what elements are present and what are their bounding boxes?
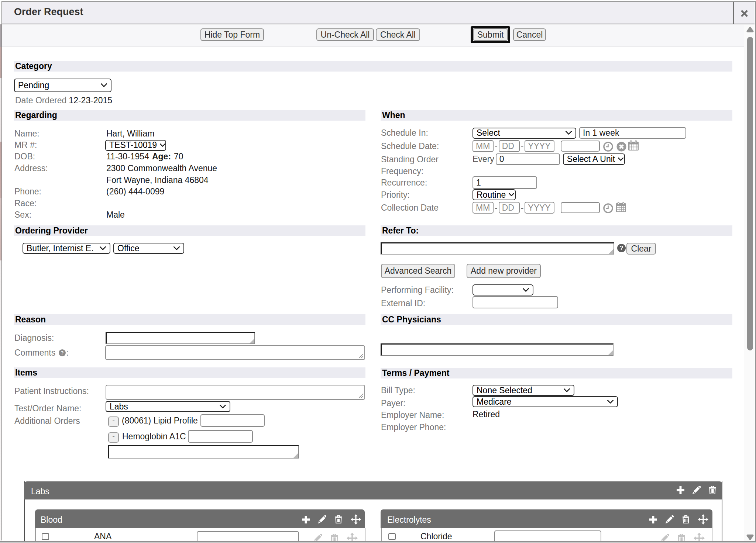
comments-textarea[interactable] bbox=[105, 345, 365, 360]
resize-grip[interactable] bbox=[358, 393, 364, 398]
collection-date-dd[interactable] bbox=[499, 202, 520, 214]
date-separator: - bbox=[495, 203, 498, 213]
clock-icon[interactable] bbox=[603, 142, 613, 152]
check-all-button[interactable]: Check All bbox=[376, 28, 420, 41]
additional-orders-textarea[interactable] bbox=[108, 445, 299, 459]
unit-select[interactable]: Select A Unit bbox=[563, 153, 625, 165]
edit-icon[interactable] bbox=[666, 515, 674, 523]
remove-order-button[interactable]: - bbox=[108, 432, 119, 443]
payer-select[interactable]: Medicare bbox=[472, 396, 618, 407]
advanced-search-button[interactable]: Advanced Search bbox=[381, 264, 455, 278]
schedule-in-select[interactable]: Select bbox=[472, 128, 576, 139]
schedule-date-time[interactable] bbox=[561, 141, 600, 152]
priority-select[interactable]: Routine bbox=[472, 189, 516, 200]
remove-order-button[interactable]: - bbox=[108, 416, 119, 427]
mr-select[interactable]: TEST-10019 bbox=[105, 140, 166, 151]
race-label: Race: bbox=[14, 198, 37, 208]
edit-icon[interactable] bbox=[693, 486, 701, 494]
submit-button[interactable]: Submit bbox=[473, 28, 508, 41]
move-icon[interactable] bbox=[351, 514, 361, 525]
collection-date-yyyy[interactable] bbox=[525, 202, 554, 214]
performing-facility-row: Performing Facility: bbox=[381, 284, 454, 295]
refer-to-textarea[interactable] bbox=[381, 242, 614, 255]
clock-icon[interactable] bbox=[603, 203, 613, 213]
provider-select[interactable]: Butler, Internist E. bbox=[23, 243, 110, 254]
chevron-down-icon bbox=[618, 158, 623, 161]
order-row-hemoglobin: - Hemoglobin A1C bbox=[108, 430, 253, 443]
delete-icon[interactable] bbox=[709, 486, 716, 494]
schedule-date-dd[interactable] bbox=[499, 140, 520, 152]
resize-fold bbox=[250, 339, 254, 343]
row-controls: Select bbox=[472, 127, 686, 139]
schedule-in-row: Schedule In: Select bbox=[381, 127, 746, 139]
every-input[interactable] bbox=[496, 153, 560, 165]
schedule-in-input[interactable] bbox=[579, 127, 686, 139]
row-controls bbox=[472, 296, 558, 308]
diagnosis-row: Diagnosis: bbox=[14, 332, 54, 344]
add-new-provider-button[interactable]: Add new provider bbox=[467, 264, 541, 278]
scroll-thumb[interactable] bbox=[747, 37, 753, 350]
add-icon[interactable] bbox=[302, 516, 310, 523]
standing-order-row: Standing Order Every Select A Unit bbox=[381, 153, 746, 165]
collection-date-time[interactable] bbox=[561, 202, 600, 213]
calendar-icon[interactable] bbox=[615, 202, 626, 212]
test-order-select[interactable]: Labs bbox=[106, 401, 230, 412]
category-select[interactable]: Pending bbox=[14, 79, 111, 92]
collection-date-mm[interactable] bbox=[472, 202, 494, 214]
help-icon[interactable]: ? bbox=[617, 244, 626, 252]
employer-phone-row: Employer Phone: bbox=[381, 422, 446, 433]
order-input-hemoglobin[interactable] bbox=[188, 430, 253, 443]
bill-type-select[interactable]: None Selected bbox=[472, 385, 574, 396]
clear-button[interactable]: Clear bbox=[626, 243, 656, 255]
diagnosis-textarea[interactable] bbox=[106, 332, 255, 344]
delete-icon[interactable] bbox=[335, 515, 342, 523]
bill-type-label: Bill Type: bbox=[381, 385, 415, 395]
ana-checkbox[interactable] bbox=[42, 533, 49, 540]
edit-icon[interactable] bbox=[318, 515, 326, 523]
schedule-date-yyyy[interactable] bbox=[525, 140, 554, 152]
terms-payment-header: Terms / Payment bbox=[381, 368, 732, 378]
close-button[interactable] bbox=[734, 2, 755, 24]
delete-icon[interactable] bbox=[682, 515, 690, 523]
patient-instructions-textarea[interactable] bbox=[106, 385, 365, 400]
schedule-date-mm[interactable] bbox=[472, 140, 494, 152]
chevron-down-icon bbox=[173, 246, 180, 250]
chloride-checkbox[interactable] bbox=[388, 533, 396, 540]
location-select-value: Office bbox=[117, 243, 140, 253]
ordering-provider-row: Butler, Internist E. Office bbox=[23, 243, 184, 254]
mr-row: MR #: TEST-10019 bbox=[14, 139, 365, 151]
performing-facility-select[interactable] bbox=[472, 284, 533, 295]
help-icon[interactable]: ? bbox=[59, 349, 66, 356]
chevron-down-icon bbox=[220, 405, 226, 409]
bill-type-select-value: None Selected bbox=[477, 385, 532, 395]
row-controls bbox=[472, 176, 537, 189]
cancel-button[interactable]: Cancel bbox=[513, 28, 546, 41]
move-icon[interactable] bbox=[698, 514, 708, 525]
row-controls: - - bbox=[472, 140, 639, 152]
order-input-lipid[interactable] bbox=[200, 414, 265, 427]
add-icon[interactable] bbox=[649, 516, 657, 523]
bill-type-row: Bill Type: None Selected bbox=[381, 385, 415, 396]
location-select[interactable]: Office bbox=[113, 243, 184, 254]
resize-grip[interactable] bbox=[358, 353, 364, 359]
provider-select-value: Butler, Internist E. bbox=[27, 243, 94, 253]
date-separator: - bbox=[521, 141, 524, 151]
scroll-up-arrow[interactable] bbox=[746, 27, 754, 32]
name-row: Name: Hart, William bbox=[14, 128, 365, 139]
schedule-in-select-value: Select bbox=[477, 128, 500, 138]
external-id-input[interactable] bbox=[472, 296, 558, 308]
cc-physicians-textarea[interactable] bbox=[381, 343, 614, 356]
hide-top-form-button[interactable]: Hide Top Form bbox=[200, 28, 264, 41]
dob-label: DOB: bbox=[14, 152, 35, 162]
uncheck-all-button[interactable]: Un-Check All bbox=[316, 28, 374, 41]
test-order-select-value: Labs bbox=[110, 402, 128, 412]
scroll-down-arrow[interactable] bbox=[746, 535, 754, 540]
refer-to-header: Refer To: bbox=[381, 225, 732, 236]
race-row: Race: bbox=[14, 198, 365, 209]
chevron-down-icon bbox=[100, 246, 106, 250]
clear-date-icon[interactable] bbox=[616, 142, 626, 152]
add-icon[interactable] bbox=[677, 486, 684, 494]
recurrence-input[interactable] bbox=[472, 176, 537, 189]
calendar-icon[interactable] bbox=[628, 140, 639, 151]
collection-date-label: Collection Date bbox=[381, 203, 439, 213]
